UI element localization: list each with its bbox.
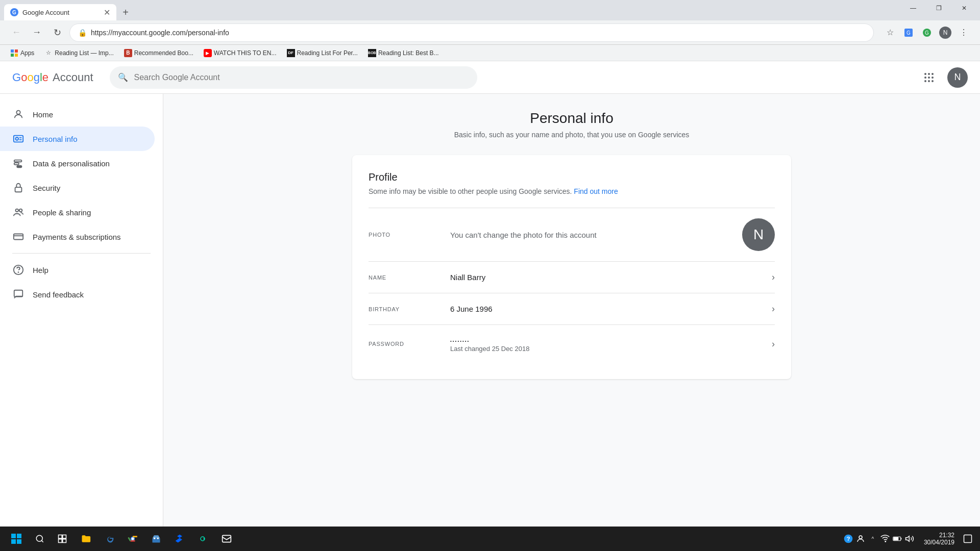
apps-grid-icon: [10, 49, 18, 57]
sidebar-item-people-sharing[interactable]: People & sharing: [0, 200, 155, 224]
taskbar-dropbox-button[interactable]: [168, 528, 191, 550]
bookmark-watch[interactable]: ▶ WATCH THIS TO EN...: [200, 47, 281, 59]
taskbar-clock[interactable]: 21:32 30/04/2019: [920, 532, 959, 546]
sidebar-item-help[interactable]: Help: [0, 258, 155, 282]
sidebar-item-data-personalisation[interactable]: Data & personalisation: [0, 151, 155, 176]
tray-help-icon[interactable]: ?: [843, 534, 853, 544]
svg-point-29: [132, 538, 134, 540]
svg-rect-39: [901, 538, 902, 540]
account-text: Account: [53, 71, 93, 84]
ga-header-actions: N: [919, 67, 968, 88]
tray-person-icon[interactable]: [855, 534, 866, 544]
sidebar-item-payments[interactable]: Payments & subscriptions: [0, 224, 155, 249]
tray-battery-icon[interactable]: [892, 534, 902, 544]
taskbar-mail-button[interactable]: [215, 528, 238, 550]
svg-text:?: ?: [846, 535, 850, 542]
bookmark-star-button[interactable]: ☆: [882, 24, 898, 41]
extension-1-button[interactable]: G: [900, 24, 917, 41]
svg-rect-41: [964, 535, 972, 543]
bookmark-reading-list-per[interactable]: DF Reading List For Per...: [283, 47, 362, 59]
profile-card: Profile Some info may be visible to othe…: [352, 155, 791, 379]
new-tab-button[interactable]: +: [118, 5, 133, 19]
url-text: https://myaccount.google.com/personal-in…: [91, 29, 865, 37]
sidebar-item-personal-info[interactable]: Personal info: [0, 127, 155, 151]
svg-rect-25: [63, 535, 66, 539]
profile-section-desc: Some info may be visible to other people…: [369, 187, 775, 195]
tab-title: Google Account: [22, 9, 100, 16]
svg-rect-8: [11, 54, 14, 57]
svg-rect-33: [223, 535, 231, 542]
taskbar-file-explorer-button[interactable]: [75, 528, 97, 550]
svg-rect-22: [14, 290, 23, 297]
photo-row[interactable]: PHOTO You can't change the photo for thi…: [369, 208, 775, 261]
user-avatar[interactable]: N: [947, 67, 968, 88]
clock-time: 21:32: [939, 532, 954, 539]
profile-section-title: Profile: [369, 171, 775, 183]
menu-button[interactable]: ⋮: [955, 24, 972, 41]
find-out-more-link[interactable]: Find out more: [574, 187, 618, 195]
taskbar-store-button[interactable]: [145, 528, 167, 550]
sidebar-item-home[interactable]: Home: [0, 102, 155, 127]
svg-rect-26: [59, 539, 62, 543]
start-button[interactable]: [4, 529, 29, 549]
maximize-button[interactable]: ❐: [927, 0, 950, 18]
svg-rect-9: [15, 54, 18, 57]
page-subtitle: Basic info, such as your name and photo,…: [188, 131, 955, 139]
reload-button[interactable]: ↻: [49, 24, 65, 41]
svg-rect-13: [14, 163, 19, 165]
profile-button[interactable]: N: [937, 24, 953, 41]
svg-rect-30: [153, 538, 160, 542]
birthday-row[interactable]: BIRTHDAY 6 June 1996 ›: [369, 293, 775, 324]
svg-rect-15: [17, 166, 21, 168]
svg-rect-27: [63, 539, 66, 543]
bookmark-apps[interactable]: Apps: [6, 47, 38, 59]
svg-text:G: G: [925, 30, 929, 36]
svg-rect-16: [15, 187, 22, 192]
address-bar[interactable]: 🔒 https://myaccount.google.com/personal-…: [69, 23, 874, 42]
tray-chevron-icon[interactable]: ^: [868, 534, 878, 544]
tray-network-icon[interactable]: [880, 534, 890, 544]
minimize-button[interactable]: —: [901, 0, 925, 18]
bookmark-recommended[interactable]: B Recommended Boo...: [120, 47, 198, 59]
sidebar-item-security[interactable]: Security: [0, 176, 155, 200]
taskbar-notification-button[interactable]: [960, 529, 976, 549]
sidebar-home-label: Home: [33, 110, 53, 119]
taskbar-task-view-button[interactable]: [51, 528, 74, 550]
bookmark-reading-list-imp[interactable]: ☆ Reading List — Imp...: [40, 47, 117, 59]
people-sharing-icon: [12, 206, 24, 218]
ga-search-box[interactable]: 🔍: [110, 66, 477, 89]
forward-button[interactable]: →: [29, 24, 45, 41]
photo-label: PHOTO: [369, 232, 450, 238]
bookmark-recommended-label: Recommended Boo...: [134, 49, 193, 57]
sidebar-item-send-feedback[interactable]: Send feedback: [0, 282, 155, 307]
sidebar-security-label: Security: [33, 184, 60, 192]
page-title: Personal info: [188, 110, 955, 127]
browser-tab[interactable]: G Google Account ✕: [4, 4, 116, 20]
tray-volume-icon[interactable]: [904, 534, 915, 544]
send-feedback-icon: [12, 288, 24, 300]
content-area: Personal info Basic info, such as your n…: [163, 94, 980, 551]
bookmark-reading-list-best[interactable]: BOB Reading List: Best B...: [364, 47, 443, 59]
svg-point-18: [19, 209, 22, 212]
svg-point-31: [154, 538, 155, 539]
ga-logo[interactable]: Google Account: [12, 71, 93, 84]
taskbar-infinity-button[interactable]: [192, 528, 214, 550]
extension-2-button[interactable]: G: [919, 24, 935, 41]
data-personalisation-toggle-icon: [12, 157, 24, 169]
password-value: •••••••• Last changed 25 Dec 2018: [450, 335, 772, 353]
taskbar-edge-button[interactable]: [98, 528, 120, 550]
bookmark-watch-label: WATCH THIS TO EN...: [214, 49, 277, 57]
password-chevron-icon: ›: [772, 339, 775, 349]
password-row[interactable]: PASSWORD •••••••• Last changed 25 Dec 20…: [369, 324, 775, 363]
back-button[interactable]: ←: [8, 24, 24, 41]
youtube-icon: ▶: [204, 49, 212, 57]
search-input[interactable]: [134, 73, 469, 82]
close-button[interactable]: ✕: [952, 0, 976, 18]
taskbar-chrome-button[interactable]: [121, 528, 144, 550]
google-apps-button[interactable]: [919, 67, 939, 88]
tab-close-button[interactable]: ✕: [104, 8, 110, 17]
birthday-chevron-icon: ›: [772, 304, 775, 314]
taskbar-search-button[interactable]: [30, 529, 50, 549]
name-row[interactable]: NAME Niall Barry ›: [369, 261, 775, 293]
bob-icon: BOB: [368, 49, 376, 57]
